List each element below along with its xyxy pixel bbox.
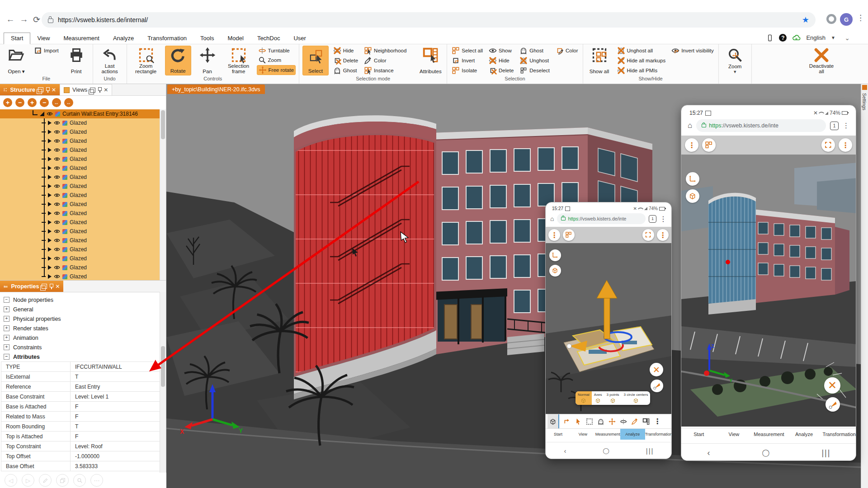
collapsed-arrow-icon[interactable] [48,247,52,252]
analyze-tool-icon[interactable] [642,418,650,425]
phone-ribbon-tab[interactable]: View [717,428,752,440]
ribbon-tab[interactable]: View [30,33,57,44]
property-section-row[interactable]: + Render states [0,324,166,333]
deselect-button[interactable]: Deselect [518,66,551,75]
collapsed-arrow-icon[interactable] [48,193,52,197]
zoom-button[interactable]: Zoom ▼ [722,46,748,75]
phone-ribbon-tab[interactable]: Measurement [595,429,620,440]
tree-node-glazed[interactable]: Glazed [0,218,160,227]
invert-selection-button[interactable]: Invert [450,56,484,65]
android-recents-button[interactable]: ||| [646,447,654,455]
property-section-row[interactable]: + Animation [0,333,166,343]
attributes-button[interactable]: Attributes [417,46,443,75]
pin-icon[interactable] [49,284,53,289]
deactivate-all-button[interactable]: Deactivate all [805,46,838,75]
visibility-eye-icon[interactable] [54,264,60,271]
property-section-row[interactable]: − Node properties [0,295,166,305]
rotate-button[interactable]: Rotate [165,46,191,75]
show-all-button[interactable]: Show all [586,46,613,75]
home-icon[interactable]: ⌂ [688,121,692,130]
language-selector[interactable]: English [806,34,826,41]
analyze-box-tool[interactable] [547,414,559,429]
tab-views[interactable]: Views ✕ [60,84,112,95]
collapsed-arrow-icon[interactable] [48,265,52,270]
tree-node-glazed[interactable]: Glazed [0,209,160,218]
zoom-mode-button[interactable]: Zoom [257,56,296,65]
collapsed-arrow-icon[interactable] [48,166,52,170]
ribbon-tab[interactable]: Start [4,33,30,44]
import-button[interactable]: Import [33,46,60,55]
alignment-option[interactable]: 3 points [604,391,622,405]
browser-menu-icon[interactable]: ⋮ [857,13,864,23]
collapsed-arrow-icon[interactable] [48,175,52,179]
visibility-eye-icon[interactable] [54,156,60,162]
expanded-arrow-icon[interactable] [40,112,44,116]
tree-node-glazed[interactable]: Glazed [0,136,160,145]
expand-selected-button[interactable]: + [28,98,37,107]
visibility-eye-icon[interactable] [54,201,60,207]
model-box-button[interactable] [686,189,699,203]
windows-button[interactable] [56,474,69,487]
open-button[interactable]: Open ▾ [3,46,29,75]
color-selection-button[interactable]: Color [554,46,579,55]
address-bar[interactable]: https://vsweb.kisters.de/internal/ ★ [42,12,816,28]
turntable-button[interactable]: Turntable [257,46,296,55]
property-section-row[interactable]: + Constraints [0,343,166,352]
collapsed-arrow-icon[interactable] [48,220,52,225]
visibility-eye-icon[interactable] [54,210,60,216]
tab-structure[interactable]: ⁞⁚ Structure ✕ [0,84,60,95]
analyze-tool-icon[interactable] [620,418,627,425]
collapse-box-icon[interactable]: + [4,335,9,341]
isolate-button[interactable]: Isolate [450,66,484,75]
select-mode-button[interactable] [702,138,716,152]
tree-node-glazed[interactable]: Glazed [0,245,160,254]
android-recents-button[interactable]: ||| [821,448,830,458]
app-menu-button[interactable]: ⋮ [685,138,698,152]
compass-button[interactable] [651,380,663,392]
show-selection-button[interactable]: Show [487,46,515,55]
visibility-eye-icon[interactable] [54,165,60,171]
print-button[interactable]: Print [63,46,90,75]
unghost-all-button[interactable]: Unghost all [616,46,667,55]
delete-mode-button[interactable]: Delete [332,56,359,65]
visibility-eye-icon[interactable] [54,228,60,235]
extension-icon[interactable] [826,14,836,24]
phone-ribbon-tab[interactable]: Transformation [821,428,856,440]
visibility-eye-icon[interactable] [54,129,60,135]
collapsed-arrow-icon[interactable] [48,121,52,125]
phone-ribbon-tab[interactable]: View [571,429,595,440]
visibility-eye-icon[interactable] [47,111,53,117]
axes-tool-button[interactable] [549,249,561,261]
property-section-row[interactable]: + General [0,305,166,314]
analyze-tool-icon[interactable] [631,418,638,425]
alignment-option[interactable]: 3 circle centers [622,391,651,405]
tab-properties[interactable]: ≔ Properties ✕ [0,281,63,292]
visibility-eye-icon[interactable] [54,147,60,153]
close-tool-button[interactable]: ✕ [650,363,663,376]
app-more-button[interactable]: ⋮ [839,138,852,152]
hide-all-pmis-button[interactable]: PMI Hide all PMIs [616,66,667,75]
collapsed-arrow-icon[interactable] [48,211,52,216]
analyze-tool-icon[interactable] [575,418,582,425]
float-panel-icon[interactable] [38,87,43,92]
collapsed-arrow-icon[interactable] [48,256,52,261]
collapsed-arrow-icon[interactable] [48,139,52,143]
language-dropdown-arrow[interactable]: ▼ [831,35,835,40]
select-mode-button[interactable] [563,229,575,241]
phone-address-bar[interactable]: https://vsweb.kisters.de/inte [557,213,646,224]
ghost-mode-button[interactable]: Ghost [332,66,359,75]
ribbon-tab[interactable]: Model [221,33,250,44]
tree-node-glazed[interactable]: Glazed [0,118,160,127]
phone-address-bar[interactable]: https://vsweb.kisters.de/inte [696,119,826,132]
float-panel-icon[interactable] [42,284,47,289]
float-panel-icon[interactable] [90,88,95,93]
collapsed-arrow-icon[interactable] [48,274,52,279]
scrollbar-thumb[interactable] [161,110,165,139]
collapsed-arrow-icon[interactable] [48,184,52,188]
collapse-box-icon[interactable]: − [4,297,9,303]
visibility-eye-icon[interactable] [54,174,60,180]
visibility-eye-icon[interactable] [54,120,60,126]
collapse-box-icon[interactable]: − [4,354,9,360]
collapsed-arrow-icon[interactable] [48,130,52,134]
tree-node-glazed[interactable]: Glazed [0,164,160,173]
